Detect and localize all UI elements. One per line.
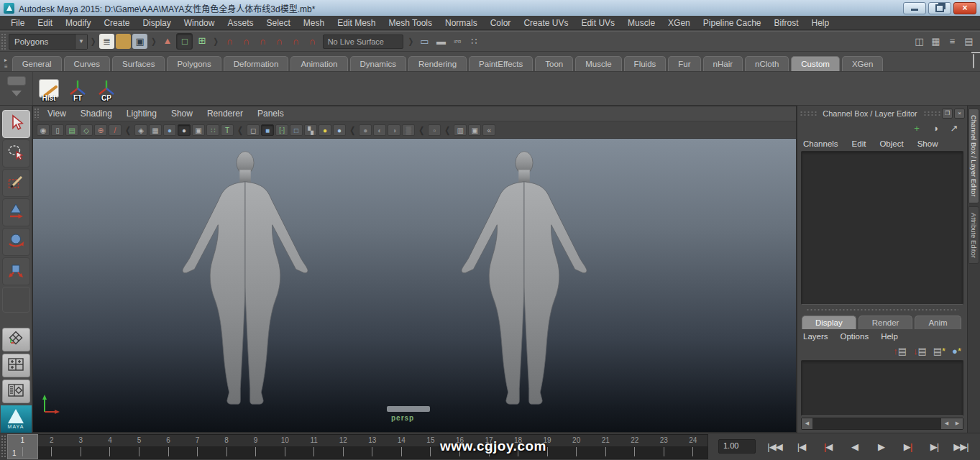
layer-list-scrollbar[interactable]: ◀ ◀ ▶ bbox=[801, 418, 963, 430]
menu-mesh-tools[interactable]: Mesh Tools bbox=[383, 18, 439, 28]
timeline-frame-20[interactable]: 20 bbox=[562, 435, 591, 459]
channelbox-menu-channels[interactable]: Channels bbox=[803, 139, 846, 148]
timeline-frame-4[interactable]: 4 bbox=[96, 435, 125, 459]
layer-menu-layers[interactable]: Layers bbox=[803, 332, 836, 341]
use-default-material-icon[interactable]: ◻ bbox=[247, 124, 260, 136]
menu-modify[interactable]: Modify bbox=[59, 18, 97, 28]
panel-separator[interactable] bbox=[806, 307, 958, 313]
select-by-object-icon[interactable]: □ bbox=[176, 33, 193, 50]
menu-normals[interactable]: Normals bbox=[439, 18, 484, 28]
shelf-tab-xgen[interactable]: XGen bbox=[842, 56, 883, 71]
single-pane-layout-button[interactable] bbox=[2, 328, 30, 351]
timebar-grip[interactable] bbox=[1, 435, 6, 459]
shelf-expand-icon[interactable] bbox=[12, 91, 22, 96]
panel-menu-renderer[interactable]: Renderer bbox=[200, 109, 250, 119]
shelf-item-ft[interactable]: FT bbox=[63, 74, 92, 103]
shelf-tab-ncloth[interactable]: nCloth bbox=[745, 56, 789, 71]
menu-file[interactable]: File bbox=[4, 18, 31, 28]
step-forward-key-button[interactable]: ▶| bbox=[894, 438, 921, 456]
two-d-pan-zoom-icon[interactable]: ⊕ bbox=[94, 124, 107, 136]
camera-attributes-icon[interactable]: ◉ bbox=[37, 124, 50, 136]
color-shaded-icon[interactable]: ■ bbox=[261, 124, 274, 136]
isolate-select-icon[interactable]: [·] bbox=[275, 124, 288, 136]
shelf-tab-rendering[interactable]: Rendering bbox=[408, 56, 467, 71]
view-compass-icon[interactable]: ◇ bbox=[80, 124, 93, 136]
shelf-tab-general[interactable]: General bbox=[12, 56, 62, 71]
anti-aliasing-icon[interactable]: ▒ bbox=[402, 124, 415, 136]
timeline-frame-10[interactable]: 10 bbox=[270, 435, 300, 459]
four-pane-layout-button[interactable] bbox=[2, 354, 30, 377]
timeline-frame-23[interactable]: 23 bbox=[649, 435, 679, 459]
timeline-frame-14[interactable]: 14 bbox=[387, 435, 416, 459]
panel-drag-dots[interactable] bbox=[923, 111, 940, 116]
shelf-tab-painteffects[interactable]: PaintEffects bbox=[469, 56, 533, 71]
last-tool-slot[interactable] bbox=[2, 287, 30, 313]
snap-to-projected-center-icon[interactable]: ∩ bbox=[272, 34, 287, 49]
menu-select[interactable]: Select bbox=[260, 18, 296, 28]
menu-create-uvs[interactable]: Create UVs bbox=[517, 18, 574, 28]
move-layer-up-icon[interactable]: ↑▤ bbox=[893, 345, 907, 358]
create-layer-from-selected-icon[interactable]: ●* bbox=[952, 345, 961, 358]
select-by-component-icon[interactable]: ⊞ bbox=[194, 33, 209, 48]
timeline-frame-24[interactable]: 24 bbox=[679, 435, 708, 459]
menu-edit-uvs[interactable]: Edit UVs bbox=[574, 18, 621, 28]
shelf-tab-custom[interactable]: Custom bbox=[791, 56, 840, 71]
panel-menu-view[interactable]: View bbox=[40, 109, 73, 119]
menu-pipeline-cache[interactable]: Pipeline Cache bbox=[697, 18, 768, 28]
camera-film-gate-icon[interactable]: ▣ bbox=[468, 124, 481, 136]
move-tool-button[interactable] bbox=[2, 198, 30, 226]
move-layer-down-icon[interactable]: ↓▤ bbox=[913, 345, 927, 358]
tool-settings-toggle-icon[interactable]: ≡ bbox=[945, 34, 960, 49]
shelf-tab-menu-icon[interactable]: ▸ bbox=[4, 58, 8, 63]
live-surface-field[interactable]: No Live Surface bbox=[323, 34, 403, 49]
menu-create[interactable]: Create bbox=[97, 18, 136, 28]
scale-tool-button[interactable] bbox=[2, 257, 30, 285]
female-model-left[interactable] bbox=[162, 150, 329, 414]
ipr-render-icon[interactable]: IPR bbox=[450, 34, 465, 49]
play-forwards-button[interactable]: ▶ bbox=[868, 438, 894, 456]
shelf-item-cp[interactable]: CP bbox=[92, 74, 121, 103]
timeline-frame-7[interactable]: 7 bbox=[183, 435, 212, 459]
timeline-frame-22[interactable]: 22 bbox=[620, 435, 649, 459]
shelf-tab-deformation[interactable]: Deformation bbox=[224, 56, 289, 71]
render-current-frame-icon[interactable]: ▬ bbox=[434, 34, 449, 49]
timeline-frame-3[interactable]: 3 bbox=[66, 435, 96, 459]
render-settings-icon[interactable]: ∷ bbox=[467, 34, 482, 49]
timeline-frame-21[interactable]: 21 bbox=[591, 435, 620, 459]
screen-space-ao-icon[interactable]: ◐ bbox=[373, 124, 386, 136]
timeline-frame-6[interactable]: 6 bbox=[154, 435, 183, 459]
scroll-left-icon[interactable]: ◀ bbox=[802, 418, 812, 429]
lasso-select-tool-button[interactable] bbox=[2, 139, 30, 167]
timeline-frame-12[interactable]: 12 bbox=[329, 435, 358, 459]
layer-tab-anim[interactable]: Anim bbox=[915, 316, 961, 329]
shelf-menu-icon[interactable]: ≡ bbox=[4, 64, 8, 69]
viewport-canvas[interactable]: persp bbox=[33, 139, 796, 432]
sidebar-tab-attribute-editor[interactable]: Attribute Editor bbox=[968, 206, 979, 264]
shelf-item-hist[interactable]: Hist bbox=[35, 74, 63, 103]
image-plane-icon[interactable]: ▤ bbox=[65, 124, 78, 136]
create-empty-layer-icon[interactable]: ▤* bbox=[933, 345, 945, 358]
shelf-tab-toon[interactable]: Toon bbox=[535, 56, 573, 71]
restore-button[interactable] bbox=[928, 2, 951, 14]
snap-to-curve-icon[interactable]: ∩ bbox=[239, 34, 254, 49]
timeline-frame-5[interactable]: 5 bbox=[124, 435, 154, 459]
channelbox-menu-object[interactable]: Object bbox=[879, 139, 911, 148]
menu-display[interactable]: Display bbox=[136, 18, 177, 28]
scroll-left-icon[interactable]: ◀ bbox=[941, 418, 952, 429]
perspective-viewport[interactable]: ViewShadingLightingShowRendererPanels ◉▯… bbox=[32, 106, 797, 433]
shelf-trash-button[interactable] bbox=[973, 55, 974, 68]
select-by-hierarchy-icon[interactable]: ▲ bbox=[160, 33, 175, 48]
grease-pencil-icon[interactable]: / bbox=[109, 124, 122, 136]
female-model-right[interactable] bbox=[441, 150, 608, 414]
shelf-scroll-knob[interactable] bbox=[7, 76, 26, 86]
motion-blur-icon[interactable]: ◑ bbox=[388, 124, 400, 136]
channelbox-menu-show[interactable]: Show bbox=[917, 139, 946, 148]
camera-bookmarks-icon[interactable]: ▯ bbox=[51, 124, 64, 136]
wireframe-icon[interactable]: ◈ bbox=[134, 124, 147, 136]
share-view-icon[interactable]: « bbox=[482, 124, 495, 136]
layer-menu-help[interactable]: Help bbox=[881, 332, 906, 341]
step-back-key-button[interactable]: |◀ bbox=[815, 438, 841, 456]
manip-speed-icon[interactable]: ◑ bbox=[928, 122, 943, 135]
timeline-frame-13[interactable]: 13 bbox=[358, 435, 388, 459]
snap-to-grid-icon[interactable]: ∩ bbox=[222, 34, 237, 49]
